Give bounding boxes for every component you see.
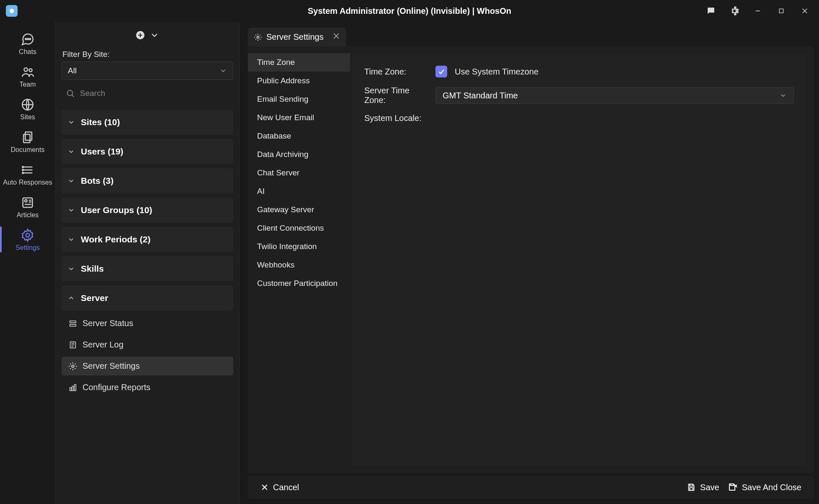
snav-ai[interactable]: AI xyxy=(248,182,350,201)
time-zone-label: Time Zone: xyxy=(364,67,428,77)
tab-server-settings[interactable]: Server Settings xyxy=(248,28,346,46)
svg-rect-19 xyxy=(23,198,33,208)
rail-label: Team xyxy=(19,81,36,88)
save-and-close-button[interactable]: Save And Close xyxy=(724,480,806,495)
snav-gateway-server[interactable]: Gateway Server xyxy=(248,201,350,219)
tree-group-skills[interactable]: Skills xyxy=(62,256,233,281)
snav-time-zone[interactable]: Time Zone xyxy=(248,53,350,72)
gear-icon xyxy=(254,33,262,41)
maximize-button[interactable] xyxy=(771,3,791,19)
save-button[interactable]: Save xyxy=(682,480,724,495)
group-label: Users (19) xyxy=(81,147,124,157)
notifications-icon[interactable] xyxy=(701,3,721,19)
chevron-down-icon xyxy=(67,236,75,243)
chevron-down-icon xyxy=(219,67,227,75)
rail-item-chats[interactable]: Chats xyxy=(0,28,55,59)
leaf-label: Server Status xyxy=(82,319,133,328)
settings-gear-icon[interactable] xyxy=(724,3,744,19)
server-time-zone-label: Server Time Zone: xyxy=(364,86,428,105)
cancel-button[interactable]: Cancel xyxy=(256,480,303,495)
svg-point-7 xyxy=(29,39,31,40)
tab-close-icon[interactable] xyxy=(332,32,340,42)
save-close-label: Save And Close xyxy=(742,483,801,492)
group-label: Work Periods (2) xyxy=(81,234,150,244)
rail-item-team[interactable]: Team xyxy=(0,61,55,92)
add-icon[interactable] xyxy=(135,30,145,42)
snav-customer-participation[interactable]: Customer Participation xyxy=(248,274,350,293)
svg-point-24 xyxy=(26,234,30,237)
tree-leaf-server-status[interactable]: Server Status xyxy=(62,314,233,333)
tree-group-server[interactable]: Server xyxy=(62,285,233,311)
svg-rect-12 xyxy=(23,134,30,143)
search-placeholder: Search xyxy=(80,89,105,98)
reports-icon xyxy=(68,383,77,392)
snav-data-archiving[interactable]: Data Archiving xyxy=(248,145,350,164)
tree-group-work-periods[interactable]: Work Periods (2) xyxy=(62,227,233,252)
tree-group-bots[interactable]: Bots (3) xyxy=(62,168,233,193)
content-area: Server Settings Time Zone Public Address… xyxy=(240,22,819,504)
rail-item-settings[interactable]: Settings xyxy=(0,224,55,255)
snav-database[interactable]: Database xyxy=(248,127,350,145)
snav-public-address[interactable]: Public Address xyxy=(248,72,350,90)
use-system-timezone-checkbox[interactable] xyxy=(435,66,447,77)
footer-bar: Cancel Save Save And Close xyxy=(248,476,814,499)
snav-client-connections[interactable]: Client Connections xyxy=(248,219,350,237)
rail-item-documents[interactable]: Documents xyxy=(0,126,55,157)
save-close-icon xyxy=(728,482,738,492)
filter-value: All xyxy=(68,66,77,75)
tree-group-user-groups[interactable]: User Groups (10) xyxy=(62,198,233,223)
filter-by-site-select[interactable]: All xyxy=(62,62,233,80)
rail-label: Sites xyxy=(20,113,35,121)
snav-email-sending[interactable]: Email Sending xyxy=(248,90,350,108)
tree-leaf-configure-reports[interactable]: Configure Reports xyxy=(62,378,233,397)
server-time-zone-select[interactable]: GMT Standard Time xyxy=(435,87,794,104)
server-icon xyxy=(68,319,77,328)
svg-rect-38 xyxy=(72,386,74,391)
search-input[interactable]: Search xyxy=(62,84,233,103)
tree-leaf-server-log[interactable]: Server Log xyxy=(62,335,233,354)
rail-label: Documents xyxy=(11,146,45,154)
side-panel: Filter By Site: All Search Sites (10) Us… xyxy=(55,22,240,504)
svg-point-17 xyxy=(22,170,23,171)
svg-point-18 xyxy=(22,172,23,174)
group-label: Skills xyxy=(81,264,104,274)
use-system-timezone-label: Use System Timezone xyxy=(455,67,538,77)
rail-item-articles[interactable]: Articles xyxy=(0,191,55,222)
chevron-up-icon xyxy=(67,294,75,302)
server-tz-value: GMT Standard Time xyxy=(443,91,518,100)
group-label: User Groups (10) xyxy=(81,205,152,215)
svg-line-29 xyxy=(72,95,74,97)
minimize-button[interactable] xyxy=(748,3,768,19)
chevron-down-icon xyxy=(67,206,75,214)
svg-rect-2 xyxy=(779,9,783,13)
snav-new-user-email[interactable]: New User Email xyxy=(248,108,350,127)
tree-group-users[interactable]: Users (19) xyxy=(62,139,233,164)
app-icon xyxy=(6,5,18,17)
svg-point-28 xyxy=(67,90,73,96)
tree-leaf-server-settings[interactable]: Server Settings xyxy=(62,357,233,375)
tree-group-sites[interactable]: Sites (10) xyxy=(62,110,233,135)
form-area: Time Zone: Use System Timezone Server Ti… xyxy=(352,54,806,465)
search-icon xyxy=(66,89,75,98)
rail-item-auto-responses[interactable]: Auto Responses xyxy=(0,159,55,190)
svg-rect-46 xyxy=(690,488,693,490)
snav-twilio-integration[interactable]: Twilio Integration xyxy=(248,237,350,256)
svg-rect-39 xyxy=(75,384,76,391)
snav-chat-server[interactable]: Chat Server xyxy=(248,164,350,182)
close-button[interactable] xyxy=(795,3,815,19)
svg-point-9 xyxy=(29,69,32,72)
titlebar: System Administrator (Online) (Invisible… xyxy=(0,0,819,22)
settings-nav: Time Zone Public Address Email Sending N… xyxy=(248,46,350,473)
tab-strip: Server Settings xyxy=(248,22,814,46)
settings-panel: Time Zone Public Address Email Sending N… xyxy=(248,46,814,473)
svg-rect-37 xyxy=(70,388,72,391)
snav-webhooks[interactable]: Webhooks xyxy=(248,256,350,274)
group-label: Server xyxy=(81,293,108,303)
rail-item-sites[interactable]: Sites xyxy=(0,93,55,124)
save-icon xyxy=(687,483,696,492)
add-dropdown-icon[interactable] xyxy=(149,30,160,42)
leaf-label: Configure Reports xyxy=(82,383,150,392)
leaf-label: Server Log xyxy=(82,340,124,350)
gear-icon xyxy=(68,362,77,371)
chevron-down-icon xyxy=(67,265,75,273)
